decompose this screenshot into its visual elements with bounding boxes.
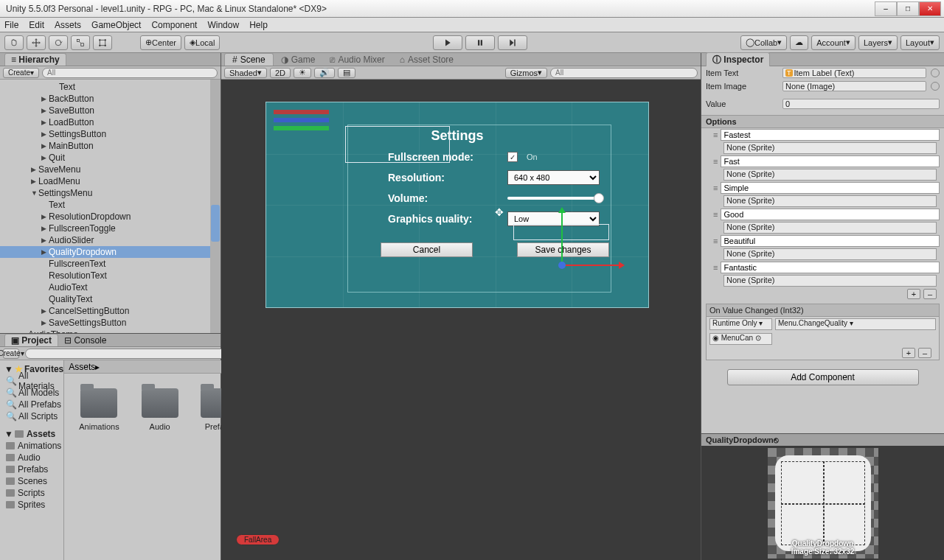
- hierarchy-item[interactable]: ▶ MainButton: [0, 140, 221, 152]
- collab-button[interactable]: ◯ Collab ▾: [740, 35, 787, 50]
- option-sprite-field[interactable]: None (Sprite): [723, 169, 937, 181]
- hierarchy-item[interactable]: ▶ ResolutionDropdown: [0, 211, 221, 223]
- object-picker-icon[interactable]: [931, 69, 940, 77]
- create-dropdown[interactable]: Create ▾: [3, 68, 39, 78]
- asset-tree-item[interactable]: Scripts: [0, 487, 63, 499]
- maximize-button[interactable]: □: [897, 1, 919, 16]
- hierarchy-item[interactable]: AudioText: [0, 281, 221, 293]
- option-name-field[interactable]: [721, 129, 940, 141]
- hierarchy-item[interactable]: ▶ CancelSettingButton: [0, 305, 221, 317]
- event-runtime-dropdown[interactable]: Runtime Only ▾: [709, 318, 772, 330]
- move-gizmo-icon[interactable]: ✥: [495, 206, 504, 218]
- event-object-field[interactable]: ◉ MenuCan ⊙: [709, 333, 772, 345]
- menu-window[interactable]: Window: [207, 20, 239, 30]
- add-option-button[interactable]: +: [907, 289, 920, 299]
- tab-asset-store[interactable]: ⌂ Asset Store: [392, 54, 461, 66]
- hierarchy-tree[interactable]: Text▶ BackButton▶ SaveButton▶ LoadButton…: [0, 80, 221, 333]
- asset-tree-item[interactable]: Sprites: [0, 499, 63, 511]
- pivot-center-button[interactable]: ⊕ Center: [140, 35, 181, 50]
- option-name-field[interactable]: [721, 209, 940, 220]
- add-event-button[interactable]: +: [902, 348, 915, 358]
- project-tree[interactable]: ▼★ Favorites 🔍 All Materials🔍 All Models…: [0, 360, 64, 560]
- item-image-field[interactable]: None (Image): [782, 81, 926, 91]
- rect-tool-button[interactable]: [93, 35, 112, 50]
- asset-tree-item[interactable]: Scenes: [0, 475, 63, 487]
- hierarchy-item[interactable]: Text: [0, 199, 221, 211]
- pause-button[interactable]: [465, 35, 495, 50]
- event-method-dropdown[interactable]: Menu.ChangeQuality ▾: [775, 318, 936, 330]
- inspector-tab[interactable]: ⓘ Inspector: [706, 52, 770, 67]
- hierarchy-item[interactable]: ▶ Quit: [0, 152, 221, 164]
- draw-mode[interactable]: Shaded ▾: [224, 68, 267, 78]
- scene-search[interactable]: [550, 68, 698, 78]
- hierarchy-item[interactable]: ▶ SaveMenu: [0, 164, 221, 175]
- menu-component[interactable]: Component: [151, 20, 197, 30]
- hierarchy-item[interactable]: ▶ LoadButton: [0, 116, 221, 128]
- scene-view[interactable]: Settings Fullscreen mode: ✓ On Resolutio…: [221, 80, 701, 560]
- option-sprite-field[interactable]: None (Sprite): [723, 222, 937, 234]
- hierarchy-item[interactable]: ▶ FullscreenToggle: [0, 223, 221, 234]
- light-icon[interactable]: ☀: [294, 68, 311, 78]
- audio-icon[interactable]: 🔊: [314, 68, 335, 78]
- layers-button[interactable]: Layers ▾: [858, 35, 898, 50]
- option-name-field[interactable]: [721, 155, 940, 167]
- favorite-item[interactable]: 🔍 All Models: [0, 387, 63, 399]
- console-tab[interactable]: ⊟ Console: [58, 335, 112, 346]
- hierarchy-item[interactable]: ▶ AudioSlider: [0, 234, 221, 246]
- option-sprite-field[interactable]: None (Sprite): [723, 142, 937, 154]
- tab-scene[interactable]: # Scene: [224, 53, 274, 66]
- close-button[interactable]: ✕: [919, 1, 941, 16]
- move-tool-button[interactable]: [27, 35, 46, 50]
- fx-icon[interactable]: ▤: [338, 68, 355, 78]
- value-field[interactable]: 0: [782, 99, 940, 109]
- option-name-field[interactable]: [721, 262, 940, 273]
- option-sprite-field[interactable]: None (Sprite): [723, 248, 937, 260]
- hierarchy-item[interactable]: Text: [0, 81, 221, 93]
- project-create-dropdown[interactable]: Create ▾: [3, 349, 19, 359]
- asset-folder[interactable]: Audio: [142, 388, 178, 431]
- menu-edit[interactable]: Edit: [29, 20, 44, 30]
- scale-tool-button[interactable]: [71, 35, 90, 50]
- minimize-button[interactable]: –: [875, 1, 897, 16]
- hand-tool-button[interactable]: [4, 35, 24, 50]
- hierarchy-item[interactable]: QualityText: [0, 293, 221, 305]
- hierarchy-search[interactable]: [42, 68, 218, 78]
- hierarchy-item[interactable]: ▶ SettingsButton: [0, 128, 221, 140]
- asset-tree-item[interactable]: Audio: [0, 452, 63, 463]
- option-name-field[interactable]: [721, 182, 940, 194]
- options-header[interactable]: Options: [701, 115, 944, 128]
- option-sprite-field[interactable]: None (Sprite): [723, 275, 937, 287]
- option-sprite-field[interactable]: None (Sprite): [723, 195, 937, 207]
- hierarchy-item[interactable]: ResolutionText: [0, 270, 221, 281]
- volume-slider[interactable]: [507, 197, 600, 200]
- menu-assets[interactable]: Assets: [55, 20, 81, 30]
- option-name-field[interactable]: [721, 235, 940, 247]
- hierarchy-item[interactable]: ▶ BackButton: [0, 93, 221, 105]
- cloud-button[interactable]: ☁: [790, 35, 808, 50]
- hierarchy-item[interactable]: ▶ LoadMenu: [0, 175, 221, 187]
- play-button[interactable]: [433, 35, 462, 50]
- rotate-tool-button[interactable]: [49, 35, 68, 50]
- hierarchy-item[interactable]: ▶ SaveSettingsButton: [0, 317, 221, 329]
- favorite-item[interactable]: 🔍 All Prefabs: [0, 399, 63, 410]
- item-text-field[interactable]: TItem Label (Text): [782, 68, 926, 78]
- asset-folder[interactable]: Animations: [79, 388, 119, 431]
- gizmos-dropdown[interactable]: Gizmos ▾: [505, 68, 547, 78]
- menu-help[interactable]: Help: [249, 20, 268, 30]
- hierarchy-item[interactable]: AudioTheme: [0, 329, 221, 333]
- add-component-button[interactable]: Add Component: [727, 369, 919, 385]
- favorite-item[interactable]: 🔍 All Scripts: [0, 410, 63, 422]
- remove-option-button[interactable]: –: [923, 289, 937, 299]
- hierarchy-item[interactable]: ▶ SaveButton: [0, 105, 221, 116]
- step-button[interactable]: [498, 35, 527, 50]
- remove-event-button[interactable]: –: [918, 348, 931, 358]
- hierarchy-tab[interactable]: ≡ Hierarchy: [0, 53, 221, 66]
- mode-2d[interactable]: 2D: [270, 68, 291, 78]
- project-search[interactable]: [25, 349, 232, 359]
- asset-tree-item[interactable]: Animations: [0, 440, 63, 452]
- object-picker-icon[interactable]: [931, 82, 940, 91]
- hierarchy-item[interactable]: ▶ QualityDropdown: [0, 246, 221, 258]
- hierarchy-item[interactable]: FullscreenText: [0, 258, 221, 270]
- project-tab[interactable]: ▣ Project: [4, 334, 58, 346]
- asset-tree-item[interactable]: Prefabs: [0, 463, 63, 475]
